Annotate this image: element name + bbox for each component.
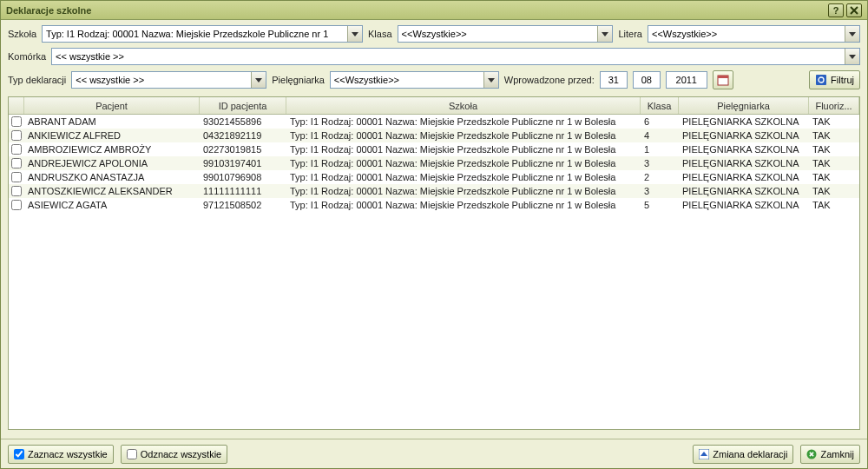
cell-pieleg: PIELĘGNIARKA SZKOLNA bbox=[679, 200, 809, 210]
cell-pacjent: ANTOSZKIEWICZ ALEKSANDER bbox=[24, 186, 200, 196]
szkola-select[interactable]: Typ: I1 Rodzaj: 00001 Nazwa: Miejskie Pr… bbox=[42, 25, 363, 43]
pieleg-select[interactable]: <<Wszystkie>> bbox=[330, 71, 499, 89]
row-checkbox[interactable] bbox=[11, 200, 22, 210]
grid-header: Pacjent ID pacjenta Szkoła Klasa Pielęgn… bbox=[9, 97, 859, 115]
cell-szkola: Typ: I1 Rodzaj: 00001 Nazwa: Miejskie Pr… bbox=[286, 158, 641, 168]
cell-id: 97121508502 bbox=[200, 200, 286, 210]
row-checkbox[interactable] bbox=[11, 158, 22, 168]
cell-fluor: TAK bbox=[809, 130, 859, 141]
cell-klasa: 6 bbox=[641, 116, 679, 127]
cell-pacjent: ANKIEWICZ ALFRED bbox=[24, 130, 200, 141]
cell-pieleg: PIELĘGNIARKA SZKOLNA bbox=[679, 158, 809, 168]
row-checkbox[interactable] bbox=[11, 130, 22, 141]
data-grid: Pacjent ID pacjenta Szkoła Klasa Pielęgn… bbox=[8, 96, 860, 430]
table-row[interactable]: ANKIEWICZ ALFRED04321892119Typ: I1 Rodza… bbox=[9, 129, 859, 142]
typdek-label: Typ deklaracji bbox=[8, 75, 66, 85]
row-checkbox[interactable] bbox=[11, 186, 22, 196]
cell-szkola: Typ: I1 Rodzaj: 00001 Nazwa: Miejskie Pr… bbox=[286, 186, 641, 196]
cell-pieleg: PIELĘGNIARKA SZKOLNA bbox=[679, 116, 809, 127]
cell-klasa: 1 bbox=[641, 144, 679, 155]
chevron-down-icon bbox=[845, 49, 859, 64]
cell-szkola: Typ: I1 Rodzaj: 00001 Nazwa: Miejskie Pr… bbox=[286, 200, 641, 210]
close-button[interactable] bbox=[846, 3, 862, 17]
deselect-all-button[interactable]: Odznacz wszystkie bbox=[121, 445, 228, 464]
titlebar: Deklaracje szkolne ? bbox=[1, 1, 867, 20]
date-day-input[interactable]: 31 bbox=[600, 71, 628, 89]
cell-id: 93021455896 bbox=[200, 116, 286, 127]
col-idpacjenta[interactable]: ID pacjenta bbox=[200, 97, 286, 114]
cell-klasa: 4 bbox=[641, 130, 679, 141]
cell-klasa: 2 bbox=[641, 172, 679, 182]
col-szkola[interactable]: Szkoła bbox=[286, 97, 641, 114]
cell-klasa: 3 bbox=[641, 186, 679, 196]
cell-szkola: Typ: I1 Rodzaj: 00001 Nazwa: Miejskie Pr… bbox=[286, 144, 641, 155]
help-button[interactable]: ? bbox=[828, 3, 844, 17]
cell-szkola: Typ: I1 Rodzaj: 00001 Nazwa: Miejskie Pr… bbox=[286, 130, 641, 141]
col-checkbox bbox=[9, 97, 24, 114]
cell-pieleg: PIELĘGNIARKA SZKOLNA bbox=[679, 130, 809, 141]
date-month-input[interactable]: 08 bbox=[633, 71, 661, 89]
cell-fluor: TAK bbox=[809, 144, 859, 155]
komorka-select[interactable]: << wszystkie >> bbox=[51, 48, 860, 65]
cell-pieleg: PIELĘGNIARKA SZKOLNA bbox=[679, 172, 809, 182]
table-row[interactable]: AMBROZIEWICZ AMBROŻY02273019815Typ: I1 R… bbox=[9, 142, 859, 156]
klasa-select[interactable]: <<Wszystkie>> bbox=[398, 25, 614, 43]
svg-rect-4 bbox=[816, 75, 826, 85]
cell-fluor: TAK bbox=[809, 158, 859, 168]
cell-szkola: Typ: I1 Rodzaj: 00001 Nazwa: Miejskie Pr… bbox=[286, 172, 641, 182]
check-icon bbox=[14, 449, 24, 459]
select-all-button[interactable]: Zaznacz wszystkie bbox=[8, 445, 114, 464]
cell-pacjent: AMBROZIEWICZ AMBROŻY bbox=[24, 144, 200, 155]
litera-label: Litera bbox=[618, 29, 642, 39]
szkola-label: Szkoła bbox=[8, 29, 36, 39]
wprow-label: Wprowadzone przed: bbox=[504, 75, 595, 85]
col-fluoriz[interactable]: Fluoriz... bbox=[809, 97, 859, 114]
filter-panel: Szkoła Typ: I1 Rodzaj: 00001 Nazwa: Miej… bbox=[1, 20, 867, 95]
table-row[interactable]: ANDRUSZKO ANASTAZJA99010796908Typ: I1 Ro… bbox=[9, 170, 859, 184]
cell-id: 99103197401 bbox=[200, 158, 286, 168]
cell-fluor: TAK bbox=[809, 186, 859, 196]
date-year-input[interactable]: 2011 bbox=[666, 71, 707, 89]
cell-pacjent: ABRANT ADAM bbox=[24, 116, 200, 127]
table-row[interactable]: ANTOSZKIEWICZ ALEKSANDER11111111111Typ: … bbox=[9, 184, 859, 198]
litera-select[interactable]: <<Wszystkie>> bbox=[648, 25, 860, 43]
row-checkbox[interactable] bbox=[11, 172, 22, 182]
footer-bar: Zaznacz wszystkie Odznacz wszystkie Zmia… bbox=[1, 439, 867, 468]
cell-id: 11111111111 bbox=[200, 186, 286, 196]
cell-szkola: Typ: I1 Rodzaj: 00001 Nazwa: Miejskie Pr… bbox=[286, 116, 641, 127]
change-declaration-button[interactable]: Zmiana deklaracji bbox=[693, 445, 793, 464]
chevron-down-icon bbox=[483, 72, 498, 88]
calendar-button[interactable] bbox=[713, 70, 733, 89]
chevron-down-icon bbox=[347, 26, 362, 42]
uncheck-icon bbox=[127, 449, 137, 459]
declarations-window: Deklaracje szkolne ? Szkoła Typ: I1 Rodz… bbox=[0, 0, 868, 469]
grid-body[interactable]: ABRANT ADAM93021455896Typ: I1 Rodzaj: 00… bbox=[9, 115, 859, 429]
cell-klasa: 3 bbox=[641, 158, 679, 168]
table-row[interactable]: ANDREJEWICZ APOLONIA99103197401Typ: I1 R… bbox=[9, 156, 859, 170]
cell-fluor: TAK bbox=[809, 200, 859, 210]
table-row[interactable]: ASIEWICZ AGATA97121508502Typ: I1 Rodzaj:… bbox=[9, 198, 859, 212]
cell-pacjent: ANDRUSZKO ANASTAZJA bbox=[24, 172, 200, 182]
cell-id: 02273019815 bbox=[200, 144, 286, 155]
table-row[interactable]: ABRANT ADAM93021455896Typ: I1 Rodzaj: 00… bbox=[9, 115, 859, 129]
col-pielegniarka[interactable]: Pielęgniarka bbox=[679, 97, 809, 114]
row-checkbox[interactable] bbox=[11, 144, 22, 155]
klasa-label: Klasa bbox=[368, 29, 392, 39]
pieleg-label: Pielęgniarka bbox=[272, 75, 325, 85]
col-pacjent[interactable]: Pacjent bbox=[24, 97, 200, 114]
cell-klasa: 5 bbox=[641, 200, 679, 210]
row-checkbox[interactable] bbox=[11, 116, 22, 127]
close-footer-button[interactable]: Zamknij bbox=[800, 445, 860, 464]
cell-id: 99010796908 bbox=[200, 172, 286, 182]
filter-button[interactable]: Filtruj bbox=[809, 70, 860, 89]
chevron-down-icon bbox=[845, 26, 859, 42]
col-klasa[interactable]: Klasa bbox=[641, 97, 679, 114]
komorka-label: Komórka bbox=[8, 51, 46, 62]
chevron-down-icon bbox=[597, 26, 612, 42]
chevron-down-icon bbox=[251, 72, 266, 88]
cell-fluor: TAK bbox=[809, 116, 859, 127]
cell-pacjent: ASIEWICZ AGATA bbox=[24, 200, 200, 210]
cell-pieleg: PIELĘGNIARKA SZKOLNA bbox=[679, 144, 809, 155]
svg-rect-1 bbox=[718, 76, 728, 78]
typdek-select[interactable]: << wszystkie >> bbox=[71, 71, 266, 89]
